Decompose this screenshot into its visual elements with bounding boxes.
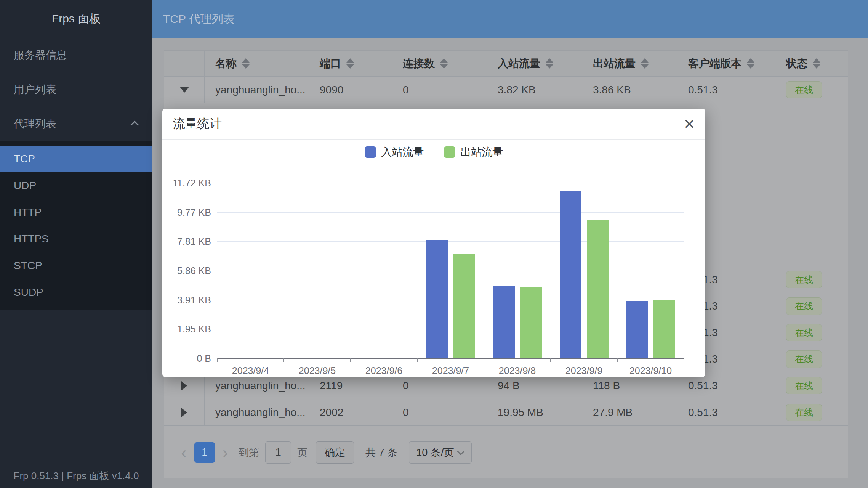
column-header-label: 端口: [320, 56, 341, 71]
client-version-cell: 0.51.3: [677, 399, 775, 425]
gridline: [217, 183, 684, 183]
status-cell: 在线: [775, 372, 849, 399]
legend-label: 入站流量: [381, 145, 424, 159]
column-header-label: 名称: [215, 56, 237, 71]
sidebar-subitem-stcp[interactable]: STCP: [0, 252, 152, 279]
sort-carets-icon[interactable]: [813, 58, 820, 69]
prev-page-button[interactable]: ‹: [177, 444, 191, 461]
x-axis-tick: [283, 358, 284, 362]
goto-page-label: 到第: [239, 446, 259, 459]
traffic-out-cell: 3.86 KB: [582, 77, 677, 103]
inbound-traffic-bar: [493, 286, 515, 358]
sidebar: Frps 面板 服务器信息 用户列表 代理列表 TCPUDPHTTPHTTPSS…: [0, 0, 152, 488]
legend-item[interactable]: 出站流量: [444, 145, 503, 159]
status-cell: 在线: [775, 319, 849, 346]
sort-carets-icon[interactable]: [641, 58, 649, 69]
sort-carets-icon[interactable]: [440, 58, 448, 69]
status-badge: 在线: [786, 404, 822, 421]
collapse-row-icon[interactable]: [180, 87, 189, 93]
table-row: yanghuanglin_ho...909003.82 KB3.86 KB0.5…: [164, 77, 848, 103]
status-cell: 在线: [775, 266, 849, 293]
traffic-out-cell: 27.9 MB: [582, 399, 677, 425]
sidebar-item-proxy-list[interactable]: 代理列表: [0, 107, 152, 141]
sidebar-subitem-http[interactable]: HTTP: [0, 199, 152, 226]
sidebar-subitem-sudp[interactable]: SUDP: [0, 279, 152, 306]
x-axis-tick: [217, 358, 218, 362]
status-cell: 在线: [775, 77, 849, 103]
outbound-traffic-bar: [653, 300, 675, 358]
status-cell: 在线: [775, 346, 849, 372]
page-size-select[interactable]: 10 条/页: [409, 441, 472, 464]
gridline: [217, 271, 684, 271]
status-badge: 在线: [786, 297, 822, 315]
status-cell: 在线: [775, 399, 849, 425]
x-axis-tick-label: 2023/9/10: [629, 365, 672, 376]
connections-cell: 0: [392, 399, 487, 425]
sidebar-item-user-list[interactable]: 用户列表: [0, 72, 152, 107]
column-header-label: 连接数: [403, 56, 435, 71]
outbound-traffic-bar: [453, 254, 475, 358]
connections-cell: 0: [392, 77, 487, 103]
sidebar-subitem-https[interactable]: HTTPS: [0, 226, 152, 252]
column-header-label: 客户端版本: [688, 56, 741, 71]
x-axis-tick-label: 2023/9/6: [365, 365, 402, 376]
client-version-cell: 0.51.3: [677, 77, 775, 103]
expand-row-icon[interactable]: [181, 408, 187, 417]
proxy-submenu: TCPUDPHTTPHTTPSSTCPSUDP: [0, 141, 152, 310]
column-header[interactable]: 连接数: [392, 51, 487, 76]
page-size-value: 10 条/页: [416, 446, 454, 459]
status-badge: 在线: [786, 377, 822, 394]
column-header[interactable]: 入站流量: [487, 51, 582, 76]
version-footer: Frp 0.51.3 | Frps 面板 v1.4.0: [0, 469, 152, 483]
port-cell: 9090: [309, 77, 392, 103]
sidebar-item-server-info[interactable]: 服务器信息: [0, 38, 152, 72]
status-cell: 在线: [775, 293, 849, 319]
x-axis-tick: [617, 358, 618, 362]
table-row: yanghuanglin_ho...2002019.95 MB27.9 MB0.…: [164, 399, 848, 426]
sort-carets-icon[interactable]: [242, 58, 250, 69]
gridline: [217, 300, 684, 300]
status-badge: 在线: [786, 324, 822, 341]
column-header[interactable]: 客户端版本: [677, 51, 775, 76]
next-page-button[interactable]: ›: [219, 444, 232, 461]
chevron-down-icon: [457, 448, 465, 455]
page-suffix-label: 页: [297, 446, 307, 459]
x-axis-tick-label: 2023/9/8: [499, 365, 536, 376]
column-header[interactable]: 端口: [309, 51, 392, 76]
sort-carets-icon[interactable]: [546, 58, 553, 69]
legend-item[interactable]: 入站流量: [365, 145, 424, 159]
column-header[interactable]: 出站流量: [582, 51, 677, 76]
frps-dashboard: TCP 代理列表 Frps 面板 服务器信息 用户列表 代理列表 TCPUDPH…: [0, 0, 868, 488]
x-axis-line: [217, 358, 684, 359]
y-axis-tick-label: 7.81 KB: [177, 236, 211, 247]
current-page-button[interactable]: 1: [194, 442, 215, 463]
expand-row-icon[interactable]: [181, 381, 187, 390]
confirm-page-button[interactable]: 确定: [316, 441, 354, 464]
x-axis-tick-label: 2023/9/7: [432, 365, 469, 376]
y-axis-tick-label: 5.86 KB: [177, 265, 211, 276]
close-icon[interactable]: ×: [684, 115, 695, 133]
page-number-input[interactable]: 1: [265, 441, 291, 464]
outbound-traffic-bar: [587, 220, 609, 358]
column-header-label: 入站流量: [498, 56, 540, 71]
page-title: TCP 代理列表: [163, 11, 235, 27]
pagination: ‹ 1 › 到第 1 页 确定 共 7 条 10 条/页: [164, 439, 848, 466]
status-badge: 在线: [786, 271, 822, 288]
column-header[interactable]: 名称: [205, 51, 309, 76]
inbound-traffic-bar: [426, 240, 448, 358]
sidebar-subitem-tcp[interactable]: TCP: [0, 146, 152, 172]
sidebar-item-label: 代理列表: [14, 117, 56, 131]
gridline: [217, 329, 684, 329]
x-axis-tick: [484, 358, 484, 362]
app-title: Frps 面板: [0, 0, 152, 38]
x-axis-tick-label: 2023/9/9: [565, 365, 602, 376]
legend-label: 出站流量: [461, 145, 503, 159]
page-header: TCP 代理列表: [152, 0, 868, 38]
sort-carets-icon[interactable]: [747, 58, 754, 69]
column-header[interactable]: 状态: [775, 51, 849, 76]
sidebar-item-label: 用户列表: [14, 82, 56, 97]
status-badge: 在线: [786, 350, 822, 368]
traffic-in-cell: 19.95 MB: [487, 399, 582, 425]
sidebar-subitem-udp[interactable]: UDP: [0, 172, 152, 199]
sort-carets-icon[interactable]: [346, 58, 354, 69]
